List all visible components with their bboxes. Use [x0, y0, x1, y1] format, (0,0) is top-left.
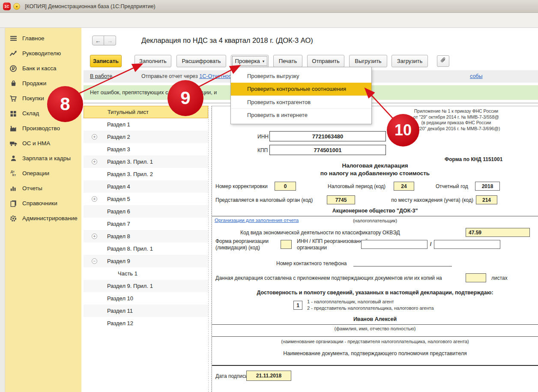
status-state-link[interactable]: В работе — [90, 73, 112, 79]
signer-name: Иванов Алексей — [212, 316, 538, 322]
back-arrow-icon: ← — [95, 37, 101, 44]
expand-icon[interactable]: + — [92, 159, 97, 165]
period-field[interactable]: 24 — [394, 182, 414, 191]
sidebar-item-operations[interactable]: ДтКт Операции — [5, 166, 81, 181]
expand-icon[interactable]: + — [92, 233, 97, 239]
forward-button[interactable]: → — [104, 36, 116, 45]
inn-label: ИНН — [257, 134, 269, 140]
ruble-circle-icon — [9, 64, 18, 73]
print-button[interactable]: Печать — [273, 55, 302, 67]
section-row[interactable]: +Раздел 8 — [84, 230, 208, 242]
menu-item-check-online[interactable]: Проверить в интернете — [231, 108, 371, 121]
authority-field[interactable]: 7745 — [327, 195, 355, 204]
sign-date-field[interactable]: 21.11.2018 — [246, 371, 291, 381]
sidebar-item-directories[interactable]: Справочники — [5, 196, 81, 211]
section-row[interactable]: Раздел 4 — [84, 180, 208, 193]
debit-credit-icon: ДтКт — [9, 169, 18, 178]
representative-doc-text: Наименование документа, подтверждающего … — [212, 350, 538, 356]
location-field[interactable]: 214 — [476, 195, 497, 204]
okved-label: Код вида экономической деятельности по к… — [240, 230, 400, 236]
sidebar-item-main[interactable]: Главное — [5, 31, 81, 46]
all-methods-link-fragment[interactable]: собы — [470, 73, 483, 79]
kpp-field[interactable]: 774501001 — [269, 145, 386, 155]
year-field[interactable]: 2018 — [475, 182, 500, 191]
expand-icon[interactable]: + — [92, 134, 97, 140]
section-row[interactable]: Раздел 8. Прил. 1 — [84, 242, 208, 255]
fill-button[interactable]: Заполнить — [134, 55, 171, 67]
correction-field[interactable]: 0 — [275, 182, 296, 191]
confirmation-text: Достоверность и полноту сведений, указан… — [212, 290, 538, 296]
section-row[interactable]: Раздел 10 — [84, 292, 208, 305]
trend-chart-icon — [9, 49, 18, 58]
attached-docs-count-field[interactable] — [466, 273, 486, 282]
sidebar: Главное Руководителю Банк и касса Продаж… — [5, 28, 81, 392]
check-button[interactable]: Проверка▾ — [231, 55, 269, 67]
kpp-label: КПП — [257, 147, 268, 153]
sidebar-item-payroll-hr[interactable]: Зарплата и кадры — [5, 151, 81, 166]
main-menu-button[interactable]: ▾ — [13, 3, 20, 10]
reorg-code-field[interactable] — [281, 240, 292, 249]
factory-icon — [9, 124, 18, 133]
reorg-kpp-field[interactable] — [434, 240, 500, 249]
sidebar-item-bank-cash[interactable]: Банк и касса — [5, 61, 81, 76]
sign-date-label: Дата подписи — [215, 373, 248, 379]
menu-item-check-export[interactable]: Проверить выгрузку — [231, 70, 371, 83]
chevron-down-icon: ▾ — [16, 5, 18, 9]
truck-icon — [9, 139, 18, 148]
sidebar-item-manager[interactable]: Руководителю — [5, 46, 81, 61]
sidebar-item-fixed-assets[interactable]: ОС и НМА — [5, 136, 81, 151]
callout-step-9: 9 — [167, 80, 203, 116]
sidebar-item-reports[interactable]: Отчеты — [5, 181, 81, 196]
attached-docs-text: Данная декларация составлена с приложени… — [215, 275, 442, 281]
year-label: Отчетный год — [436, 183, 468, 189]
section-row[interactable]: Часть 1 — [84, 267, 208, 280]
section-row[interactable]: Раздел 11 — [84, 305, 208, 317]
sidebar-item-administration[interactable]: Администрирование — [5, 211, 81, 226]
shopping-bag-icon — [9, 79, 18, 88]
signer-code-field[interactable]: 1 — [293, 301, 302, 310]
declaration-title-line1: Налоговая декларация — [212, 162, 538, 169]
location-label: по месту нахождения (учета) (код) — [388, 197, 473, 203]
section-row[interactable]: Раздел 3 — [84, 143, 208, 156]
reorg-inn-field[interactable] — [361, 240, 427, 249]
page-title: Декларация по НДС за 4 квартал 2018 г. (… — [141, 36, 313, 45]
taxpayer-caption: (налогоплательщик) — [212, 218, 538, 223]
import-button[interactable]: Загрузить — [392, 55, 428, 67]
attached-docs-suffix: листах — [491, 275, 508, 281]
collapse-icon[interactable]: − — [92, 258, 97, 264]
attachments-button[interactable] — [437, 55, 449, 67]
window-left-edge — [0, 28, 5, 392]
section-row[interactable]: Раздел 1 — [84, 118, 208, 131]
back-button[interactable]: ← — [92, 36, 104, 45]
okved-field[interactable]: 47.59 — [466, 228, 530, 237]
phone-label: Номер контактного телефона — [276, 260, 347, 266]
section-row[interactable]: +Раздел 2 — [84, 131, 208, 143]
send-button[interactable]: Отправить — [307, 55, 344, 67]
section-row[interactable]: +Раздел 5 — [84, 193, 208, 205]
phone-field[interactable] — [353, 260, 452, 266]
section-row[interactable]: Раздел 9. Прил. 1 — [84, 280, 208, 292]
section-row[interactable]: Раздел 12 — [84, 317, 208, 329]
section-row[interactable]: −Раздел 9 — [84, 255, 208, 267]
declaration-sections-list: Титульный лист Раздел 1 +Раздел 2 Раздел… — [84, 106, 208, 392]
bar-chart-icon — [9, 184, 18, 193]
organization-name: Акционерное общество "ДОК-3" — [212, 208, 538, 214]
declaration-title-line2: по налогу на добавленную стоимость — [212, 170, 538, 177]
sidebar-item-production[interactable]: Производство — [5, 121, 81, 136]
expand-icon[interactable]: + — [92, 196, 97, 202]
panel-splitter[interactable] — [208, 106, 212, 392]
representative-org-caption: (наименование организации - представител… — [212, 339, 538, 344]
section-row[interactable]: Раздел 7 — [84, 218, 208, 230]
menu-item-check-counterparties[interactable]: Проверить контрагентов — [231, 96, 371, 108]
section-row[interactable]: Раздел 6 — [84, 205, 208, 218]
shopping-cart-icon — [9, 94, 18, 103]
export-button[interactable]: Выгрузить — [349, 55, 387, 67]
section-row[interactable]: Раздел 3. Прил. 2 — [84, 168, 208, 180]
navigation-buttons: ← → — [92, 36, 116, 45]
service-link[interactable]: 1С-Отчетност — [199, 73, 233, 79]
menu-item-check-control-ratios[interactable]: Проверить контрольные соотношения — [231, 83, 371, 96]
section-row[interactable]: +Раздел 3. Прил. 1 — [84, 156, 208, 168]
save-button[interactable]: Записать — [90, 55, 122, 67]
inn-field[interactable]: 7721063480 — [269, 131, 386, 141]
decipher-button[interactable]: Расшифровать — [176, 55, 226, 67]
